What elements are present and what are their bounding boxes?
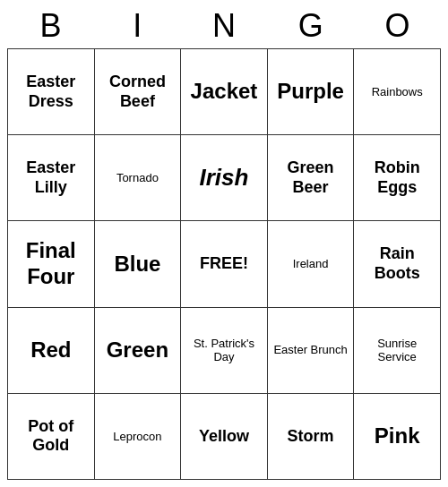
cell-r2-c1: Blue: [94, 221, 181, 307]
cell-r3-c2: St. Patrick's Day: [181, 307, 268, 393]
bingo-title-row: B I N G O: [7, 7, 441, 45]
cell-r2-c0: Final Four: [8, 221, 95, 307]
cell-r4-c0: Pot of Gold: [8, 393, 95, 479]
cell-r1-c3: Green Beer: [267, 135, 354, 221]
letter-g: G: [267, 7, 354, 45]
cell-r4-c4: Pink: [354, 393, 441, 479]
cell-r3-c4: Sunrise Service: [354, 307, 441, 393]
letter-o: O: [354, 7, 441, 45]
cell-r4-c1: Leprocon: [94, 393, 181, 479]
cell-r0-c0: Easter Dress: [8, 49, 95, 135]
cell-r2-c3: Ireland: [267, 221, 354, 307]
cell-r4-c3: Storm: [267, 393, 354, 479]
letter-i: I: [94, 7, 181, 45]
cell-r2-c2: FREE!: [181, 221, 268, 307]
cell-r0-c2: Jacket: [181, 49, 268, 135]
letter-n: N: [181, 7, 268, 45]
cell-r3-c0: Red: [8, 307, 95, 393]
letter-b: B: [7, 7, 94, 45]
cell-r4-c2: Yellow: [181, 393, 268, 479]
cell-r1-c1: Tornado: [94, 135, 181, 221]
cell-r3-c3: Easter Brunch: [267, 307, 354, 393]
cell-r3-c1: Green: [94, 307, 181, 393]
cell-r1-c2: Irish: [181, 135, 268, 221]
cell-r0-c4: Rainbows: [354, 49, 441, 135]
cell-r0-c1: Corned Beef: [94, 49, 181, 135]
cell-r0-c3: Purple: [267, 49, 354, 135]
cell-r2-c4: Rain Boots: [354, 221, 441, 307]
cell-r1-c0: Easter Lilly: [8, 135, 95, 221]
bingo-grid: Easter DressCorned BeefJacketPurpleRainb…: [7, 48, 441, 480]
cell-r1-c4: Robin Eggs: [354, 135, 441, 221]
